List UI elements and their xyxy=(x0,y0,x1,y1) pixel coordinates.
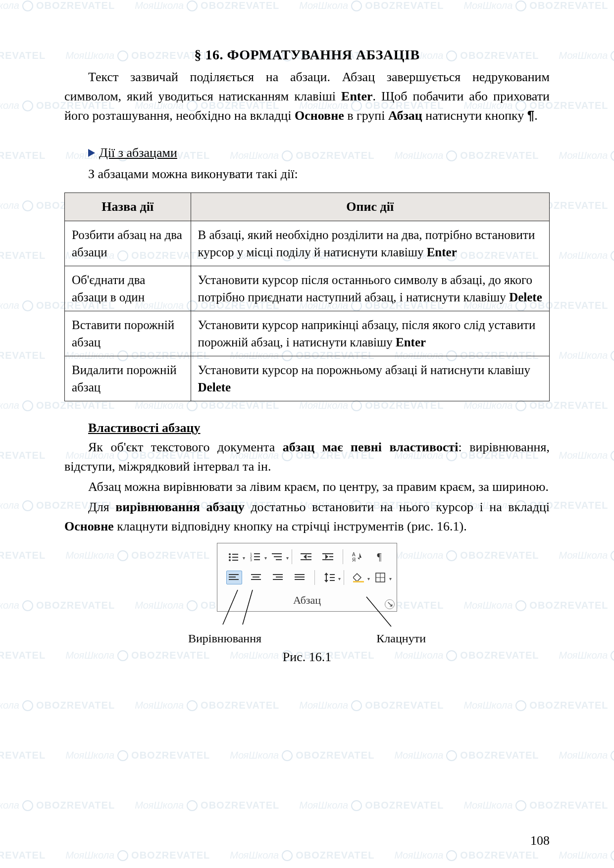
key-enter: Enter xyxy=(341,89,373,103)
cell-desc-a: Установити курсор після останнього симво… xyxy=(198,273,533,304)
svg-point-2 xyxy=(229,556,231,558)
group-name: Абзац xyxy=(388,108,422,123)
table-row: Об'єднати два абзаци в один Установити к… xyxy=(65,266,550,311)
svg-rect-45 xyxy=(353,581,364,582)
table-header-name: Назва дії xyxy=(65,193,191,221)
intro-text-d: натиснути кнопку xyxy=(422,108,527,123)
body2-p3-bold2: Основне xyxy=(64,519,114,533)
svg-rect-27 xyxy=(229,577,236,578)
sort-icon[interactable]: AЯ xyxy=(350,550,365,563)
svg-marker-19 xyxy=(325,554,328,559)
svg-line-50 xyxy=(243,590,253,625)
callout-click: Клацнути xyxy=(376,629,426,647)
cell-desc-a: В абзаці, який необхідно розділити на дв… xyxy=(198,228,535,259)
section-2: Властивості абзацу Як об'єкт текстового … xyxy=(64,418,550,536)
intro-paragraph: Текст зазвичай поділяється на абзаци. Аб… xyxy=(64,67,550,125)
cell-desc: Установити курсор після останнього симво… xyxy=(191,266,549,311)
subheading-row-1: Дії з абзацами xyxy=(88,143,550,162)
svg-text:A: A xyxy=(352,552,356,557)
svg-rect-41 xyxy=(330,574,335,575)
body2-p3: Для вирівнювання абзацу достатньо встано… xyxy=(64,497,550,536)
align-right-icon[interactable] xyxy=(271,571,286,584)
svg-rect-32 xyxy=(273,574,283,575)
svg-line-49 xyxy=(223,590,238,625)
body2-p3-bold1: вирівнювання абзацу xyxy=(115,500,245,514)
svg-marker-44 xyxy=(353,574,361,581)
svg-marker-15 xyxy=(304,554,307,559)
svg-line-51 xyxy=(366,597,391,627)
svg-rect-3 xyxy=(232,557,238,558)
svg-rect-43 xyxy=(330,580,335,581)
svg-rect-28 xyxy=(229,579,239,580)
svg-rect-29 xyxy=(251,574,261,575)
page-content: § 16. ФОРМАТУВАННЯ АБЗАЦІВ Текст зазвича… xyxy=(0,0,614,696)
svg-rect-33 xyxy=(276,577,283,578)
svg-rect-22 xyxy=(322,559,333,560)
table-header-desc: Опис дії xyxy=(191,193,549,221)
cell-desc-key: Delete xyxy=(509,290,542,304)
svg-marker-40 xyxy=(324,580,328,582)
body2-p1-a: Як об'єкт текстового документа xyxy=(88,440,283,454)
bullets-icon[interactable] xyxy=(226,550,241,563)
cell-name: Розбити абзац на два абзаци xyxy=(65,221,191,266)
body2-p3-c: клацнути відповідну кнопку на стрічці ін… xyxy=(114,519,467,533)
svg-rect-5 xyxy=(232,560,238,561)
svg-rect-12 xyxy=(272,553,282,554)
svg-rect-26 xyxy=(229,574,239,575)
divider xyxy=(314,570,315,585)
body2-p1: Як об'єкт текстового документа абзац має… xyxy=(64,437,550,476)
align-center-icon[interactable] xyxy=(249,571,264,584)
svg-rect-17 xyxy=(307,556,311,557)
tab-name: Основне xyxy=(295,108,344,123)
align-justify-icon[interactable] xyxy=(293,571,307,584)
line-spacing-icon[interactable] xyxy=(322,571,337,584)
cell-desc: В абзаці, який необхідно розділити на дв… xyxy=(191,221,549,266)
cell-name: Видалити порожній абзац xyxy=(65,356,191,401)
cell-name: Об'єднати два абзаци в один xyxy=(65,266,191,311)
page-number: 108 xyxy=(530,833,550,848)
numbering-icon[interactable]: 123 xyxy=(248,550,263,563)
figure-callouts: Вирівнювання Клацнути xyxy=(203,612,411,646)
svg-rect-35 xyxy=(295,574,305,575)
ribbon-row-top: 123 AЯ ¶ xyxy=(224,548,390,565)
svg-text:Я: Я xyxy=(352,557,356,562)
callout-alignment: Вирівнювання xyxy=(188,629,261,647)
divider xyxy=(344,570,344,585)
sub1-intro: З абзацами можна виконувати такі дії: xyxy=(64,164,550,184)
body2-p2: Абзац можна вирівнювати за лівим краєм, … xyxy=(64,477,550,496)
table-row: Вставити порожній абзац Установити курсо… xyxy=(65,311,550,356)
triangle-bullet-icon xyxy=(88,149,95,157)
body2-p3-a: Для xyxy=(88,500,115,514)
shading-icon[interactable] xyxy=(351,571,366,584)
borders-icon[interactable] xyxy=(373,571,388,584)
svg-rect-9 xyxy=(254,556,260,557)
divider xyxy=(292,549,292,564)
cell-desc-key: Enter xyxy=(396,336,426,349)
body2-p3-b: достатньо встановити на нього курсор і н… xyxy=(245,500,550,514)
subheading-1: Дії з абзацами xyxy=(99,143,177,162)
svg-rect-39 xyxy=(326,575,327,580)
table-row: Видалити порожній абзац Установити курсо… xyxy=(65,356,550,401)
svg-rect-11 xyxy=(254,559,260,560)
increase-indent-icon[interactable] xyxy=(321,550,336,563)
decrease-indent-icon[interactable] xyxy=(299,550,314,563)
svg-point-4 xyxy=(229,559,231,561)
actions-table: Назва дії Опис дії Розбити абзац на два … xyxy=(64,193,550,401)
svg-rect-34 xyxy=(273,579,283,580)
svg-rect-14 xyxy=(276,559,282,560)
cell-desc-a: Установити курсор на порожньому абзаці й… xyxy=(198,363,530,377)
figure-16-1: 123 AЯ ¶ xyxy=(64,543,550,667)
subheading-2: Властивості абзацу xyxy=(88,418,550,437)
cell-name: Вставити порожній абзац xyxy=(65,311,191,356)
body2-p1-bold: абзац має певні властивості xyxy=(283,440,459,454)
show-pilcrow-icon[interactable]: ¶ xyxy=(372,550,387,563)
svg-rect-7 xyxy=(254,553,260,554)
svg-rect-42 xyxy=(330,577,335,578)
align-left-icon[interactable] xyxy=(226,571,242,584)
cell-desc-a: Установити курсор наприкінці абзацу, піс… xyxy=(198,318,536,349)
svg-text:3: 3 xyxy=(250,558,252,561)
svg-rect-16 xyxy=(301,553,311,554)
svg-rect-18 xyxy=(301,559,311,560)
svg-rect-1 xyxy=(232,554,238,555)
multilevel-list-icon[interactable] xyxy=(270,550,285,563)
